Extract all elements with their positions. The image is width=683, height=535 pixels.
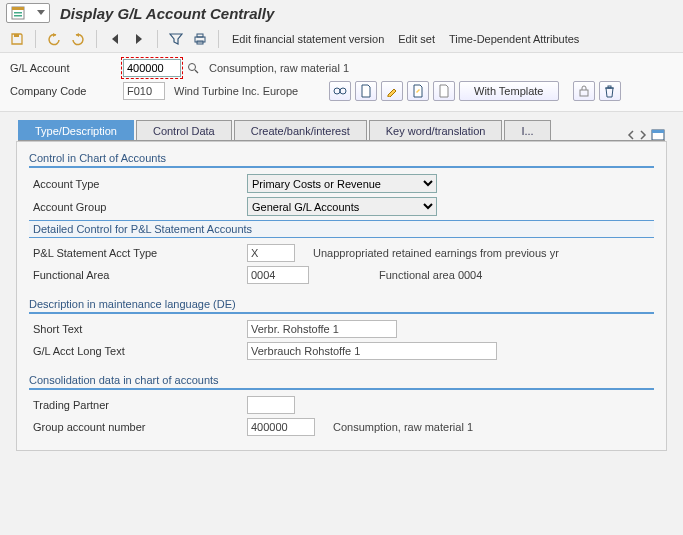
tab-control-data[interactable]: Control Data <box>136 120 232 141</box>
redo-button[interactable] <box>69 30 87 48</box>
pl-statement-type-value: X <box>247 244 295 262</box>
print-button[interactable] <box>191 30 209 48</box>
group-title: Description in maintenance language (DE) <box>29 298 654 310</box>
divider <box>157 30 158 48</box>
long-text-value: Verbrauch Rohstoffe 1 <box>247 342 497 360</box>
edit-button[interactable] <box>381 81 403 101</box>
company-code-label: Company Code <box>10 85 118 97</box>
trash-icon <box>604 85 615 98</box>
create-button[interactable] <box>355 81 377 101</box>
trading-partner-label: Trading Partner <box>33 399 247 411</box>
svg-rect-2 <box>14 12 22 14</box>
next-button[interactable] <box>130 30 148 48</box>
tab-scroll-right[interactable] <box>639 130 647 140</box>
group-consolidation-data: Consolidation data in chart of accounts … <box>29 374 654 436</box>
svg-line-9 <box>195 70 198 73</box>
svg-rect-3 <box>14 15 22 17</box>
pencil-icon <box>386 85 398 97</box>
account-group-select[interactable]: General G/L Accounts <box>247 197 437 216</box>
account-group-label: Account Group <box>33 201 247 213</box>
group-account-number-value: 400000 <box>247 418 315 436</box>
sub-group-title: Detailed Control for P&L Statement Accou… <box>29 220 654 238</box>
gl-account-label: G/L Account <box>10 62 118 74</box>
blank-document-icon <box>438 84 450 98</box>
copy-button[interactable] <box>407 81 429 101</box>
tab-type-description[interactable]: Type/Description <box>18 120 134 141</box>
gl-account-desc: Consumption, raw material 1 <box>209 62 349 74</box>
svg-point-8 <box>189 64 196 71</box>
short-text-value: Verbr. Rohstoffe 1 <box>247 320 397 338</box>
divider <box>218 30 219 48</box>
delete-button[interactable] <box>599 81 621 101</box>
svg-rect-1 <box>12 7 24 10</box>
group-title: Consolidation data in chart of accounts <box>29 374 654 386</box>
with-template-button[interactable]: With Template <box>459 81 559 101</box>
transaction-menu-button[interactable] <box>6 3 50 23</box>
header-fields: G/L Account Consumption, raw material 1 … <box>0 52 683 112</box>
svg-point-10 <box>334 88 340 94</box>
short-text-label: Short Text <box>33 323 247 335</box>
tab-create-bank-interest[interactable]: Create/bank/interest <box>234 120 367 141</box>
prev-button[interactable] <box>106 30 124 48</box>
svg-rect-6 <box>197 34 203 37</box>
app-icon <box>11 6 25 20</box>
filter-button[interactable] <box>167 30 185 48</box>
time-dep-link[interactable]: Time-Dependent Attributes <box>445 31 583 47</box>
svg-rect-17 <box>652 130 664 133</box>
tab-more[interactable]: I... <box>504 120 550 141</box>
lock-icon <box>579 85 589 97</box>
title-bar: Display G/L Account Centrally <box>0 0 683 26</box>
tab-scroll-left[interactable] <box>627 130 635 140</box>
group-title: Control in Chart of Accounts <box>29 152 654 164</box>
lock-button[interactable] <box>573 81 595 101</box>
group-account-number-label: Group account number <box>33 421 247 433</box>
pl-statement-type-desc: Unappropriated retained earnings from pr… <box>313 247 559 259</box>
edit-fsv-link[interactable]: Edit financial statement version <box>228 31 388 47</box>
edit-set-link[interactable]: Edit set <box>394 31 439 47</box>
svg-rect-4 <box>14 34 19 37</box>
glasses-icon <box>333 86 347 96</box>
company-code-desc: Wind Turbine Inc. Europe <box>174 85 324 97</box>
functional-area-desc: Functional area 0004 <box>379 269 482 281</box>
account-type-label: Account Type <box>33 178 247 190</box>
svg-rect-15 <box>608 86 611 88</box>
page-title: Display G/L Account Centrally <box>60 5 274 22</box>
tab-keyword-translation[interactable]: Key word/translation <box>369 120 503 141</box>
company-code-value: F010 <box>123 82 165 100</box>
account-type-select[interactable]: Primary Costs or Revenue <box>247 174 437 193</box>
group-description-language: Description in maintenance language (DE)… <box>29 298 654 360</box>
group-control-chart-accounts: Control in Chart of Accounts Account Typ… <box>29 152 654 284</box>
pl-statement-type-label: P&L Statement Acct Type <box>33 247 247 259</box>
tab-panel-type-description: Control in Chart of Accounts Account Typ… <box>16 141 667 451</box>
gl-account-search-button[interactable] <box>186 60 200 77</box>
tab-strip: Type/Description Control Data Create/ban… <box>0 120 683 141</box>
save-button[interactable] <box>8 30 26 48</box>
undo-button[interactable] <box>45 30 63 48</box>
trading-partner-value <box>247 396 295 414</box>
app-toolbar: Edit financial statement version Edit se… <box>0 26 683 52</box>
long-text-label: G/L Acct Long Text <box>33 345 247 357</box>
svg-point-11 <box>340 88 346 94</box>
svg-rect-13 <box>580 90 588 96</box>
document-icon <box>360 84 372 98</box>
display-button[interactable] <box>329 81 351 101</box>
group-account-number-desc: Consumption, raw material 1 <box>333 421 473 433</box>
document-pencil-icon <box>412 84 424 98</box>
dropdown-arrow-icon <box>37 10 45 16</box>
divider <box>35 30 36 48</box>
new-doc-button[interactable] <box>433 81 455 101</box>
functional-area-label: Functional Area <box>33 269 247 281</box>
divider <box>96 30 97 48</box>
functional-area-value: 0004 <box>247 266 309 284</box>
gl-account-input[interactable] <box>123 59 181 77</box>
